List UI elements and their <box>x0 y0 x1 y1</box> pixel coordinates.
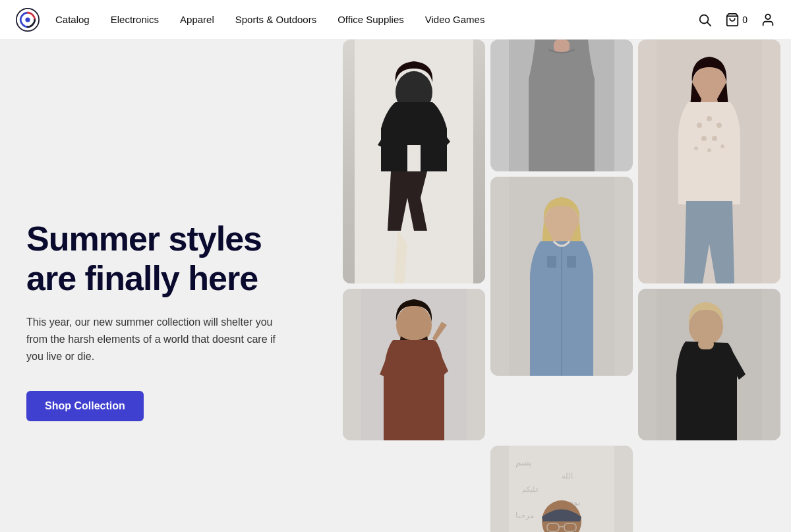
image-woman-dots <box>638 40 780 283</box>
search-icon[interactable] <box>697 13 712 27</box>
svg-point-14 <box>717 123 722 128</box>
svg-text:مرحبا: مرحبا <box>515 511 534 520</box>
nav-links: Catalog Electronics Apparel Sports & Out… <box>55 14 697 26</box>
svg-point-5 <box>765 14 770 18</box>
svg-line-3 <box>707 22 711 26</box>
logo[interactable] <box>16 8 40 32</box>
image-torso-gray <box>490 40 633 171</box>
hero-image-grid: بسم الله عليكم يوم مرحبا كلام <box>343 40 791 532</box>
hero-section: Summer styles are finally here This year… <box>0 40 791 532</box>
hero-heading: Summer styles are finally here <box>26 220 316 299</box>
image-woman-jacket <box>343 40 485 283</box>
account-icon[interactable] <box>761 13 775 27</box>
svg-point-18 <box>707 148 711 152</box>
navbar: Catalog Electronics Apparel Sports & Out… <box>0 0 791 40</box>
shop-collection-button[interactable]: Shop Collection <box>26 391 144 421</box>
svg-rect-9 <box>554 40 570 53</box>
cart-wrapper[interactable]: 0 <box>725 13 747 27</box>
hero-subtext: This year, our new summer collection wil… <box>26 314 290 365</box>
nav-item-office[interactable]: Office Supplies <box>337 14 404 26</box>
svg-text:بسم: بسم <box>515 458 532 468</box>
nav-item-catalog[interactable]: Catalog <box>55 14 90 26</box>
svg-rect-40 <box>698 339 714 349</box>
svg-rect-24 <box>567 256 576 268</box>
svg-point-19 <box>720 144 724 148</box>
svg-point-13 <box>707 116 712 121</box>
svg-point-17 <box>694 146 698 150</box>
svg-text:عليكم: عليكم <box>522 485 540 494</box>
image-man-black <box>638 289 780 440</box>
hero-text: Summer styles are finally here This year… <box>0 40 343 532</box>
svg-point-1 <box>25 17 30 22</box>
nav-item-electronics[interactable]: Electronics <box>111 14 159 26</box>
svg-point-15 <box>701 136 707 141</box>
cart-count: 0 <box>742 15 747 25</box>
image-man-brown <box>343 289 485 440</box>
nav-item-apparel[interactable]: Apparel <box>180 14 214 26</box>
nav-item-video-games[interactable]: Video Games <box>425 14 485 26</box>
svg-point-16 <box>712 136 717 141</box>
svg-rect-23 <box>547 256 556 268</box>
image-woman-denim <box>490 177 633 376</box>
svg-text:الله: الله <box>562 471 573 481</box>
cart-icon <box>725 13 740 27</box>
nav-actions: 0 <box>697 13 775 27</box>
svg-point-12 <box>697 123 702 128</box>
image-man-beanie: بسم الله عليكم يوم مرحبا كلام <box>490 446 633 532</box>
nav-item-sports[interactable]: Sports & Outdoors <box>235 14 316 26</box>
